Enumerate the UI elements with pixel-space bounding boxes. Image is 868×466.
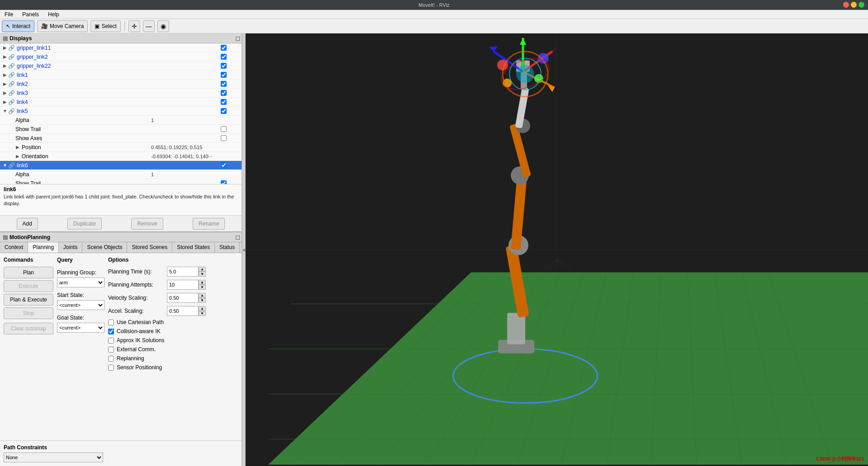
displays-tree[interactable]: ▶ 🔗 gripper_link11 ▶ 🔗 gripper_link2	[0, 43, 242, 184]
panel-collapse-handle[interactable]: ◀	[242, 33, 246, 466]
toggle-link1[interactable]: ▶	[2, 72, 8, 78]
tree-item-gripper-link11[interactable]: ▶ 🔗 gripper_link11	[0, 43, 242, 52]
toggle-link5-ori[interactable]: ▶	[14, 153, 21, 160]
toggle-gripper-link2[interactable]: ▶	[2, 54, 8, 60]
move-camera-button[interactable]: 🎥 Move Camera	[37, 20, 88, 32]
cb-col-link2	[205, 81, 242, 87]
translate-icon-btn[interactable]: ✛	[128, 20, 140, 32]
plan-execute-button[interactable]: Plan & Execute	[4, 294, 53, 306]
tree-item-link3[interactable]: ▶ 🔗 link3	[0, 89, 242, 98]
accel-scaling-down[interactable]: ▼	[199, 311, 206, 316]
external-comm-checkbox[interactable]	[108, 347, 114, 353]
velocity-scaling-up[interactable]: ▲	[199, 293, 206, 298]
toggle-link2[interactable]: ▶	[2, 81, 8, 87]
cb-link6[interactable]	[221, 162, 227, 168]
use-cartesian-row: Use Cartesian Path	[108, 319, 238, 325]
tab-joints[interactable]: Joints	[59, 242, 82, 253]
execute-button[interactable]: Execute	[4, 280, 53, 292]
duplicate-button[interactable]: Duplicate	[67, 218, 102, 230]
toggle-link3[interactable]: ▶	[2, 90, 8, 96]
path-constraints-section: Path Constraints None	[0, 440, 242, 466]
displays-collapse-btn[interactable]: □	[236, 35, 240, 42]
cb-link4[interactable]	[221, 99, 227, 105]
tree-item-link2[interactable]: ▶ 🔗 link2	[0, 80, 242, 89]
cb-gripper-link2[interactable]	[221, 54, 227, 60]
add-button[interactable]: Add	[17, 218, 38, 230]
planning-attempts-up[interactable]: ▲	[199, 280, 206, 285]
cb-link2[interactable]	[221, 81, 227, 87]
cb-link5[interactable]	[221, 108, 227, 114]
tree-item-link6-trail[interactable]: Show Trail	[0, 179, 242, 184]
velocity-scaling-down[interactable]: ▼	[199, 298, 206, 303]
close-btn[interactable]	[843, 2, 849, 8]
start-state-select[interactable]: <current>	[57, 300, 104, 310]
interact-button[interactable]: ↖ Interact	[2, 20, 34, 32]
tab-context[interactable]: Context	[0, 242, 28, 253]
tree-item-link5-axes[interactable]: Show Axes	[0, 134, 242, 143]
menu-panels[interactable]: Panels	[20, 11, 41, 18]
tab-planning[interactable]: Planning	[28, 242, 59, 253]
use-cartesian-checkbox[interactable]	[108, 320, 114, 325]
sensor-positioning-checkbox[interactable]	[108, 365, 114, 371]
cb-link5-axes[interactable]	[221, 135, 227, 141]
planning-time-up[interactable]: ▲	[199, 267, 206, 272]
tab-status[interactable]: Status	[215, 242, 240, 253]
tree-item-gripper-link2[interactable]: ▶ 🔗 gripper_link2	[0, 52, 242, 61]
scale-icon-btn[interactable]: —	[143, 20, 155, 32]
clear-octomap-button[interactable]: Clear octomap	[4, 323, 53, 334]
viewport[interactable]: CSDN @小刘同学321	[246, 33, 868, 466]
replanning-label: Replanning	[117, 355, 144, 362]
tree-item-gripper-link22[interactable]: ▶ 🔗 gripper_link22	[0, 61, 242, 71]
stop-button[interactable]: Stop	[4, 307, 53, 319]
rename-button[interactable]: Rename	[193, 218, 225, 230]
cb-gripper-link22[interactable]	[221, 63, 227, 69]
tree-item-link4[interactable]: ▶ 🔗 link4	[0, 98, 242, 107]
cb-gripper-link11[interactable]	[221, 45, 227, 51]
max-btn[interactable]	[859, 2, 864, 8]
tree-item-link5-trail[interactable]: Show Trail	[0, 125, 242, 134]
accel-scaling-input[interactable]	[167, 306, 199, 316]
toggle-link5-pos[interactable]: ▶	[14, 144, 21, 151]
tab-stored-scenes[interactable]: Stored Scenes	[127, 242, 172, 253]
replanning-checkbox[interactable]	[108, 356, 114, 362]
toggle-link5[interactable]: ▼	[2, 108, 8, 114]
cb-link3[interactable]	[221, 90, 227, 96]
menu-help[interactable]: Help	[46, 11, 61, 18]
cb-link5-trail[interactable]	[221, 126, 227, 132]
min-btn[interactable]	[851, 2, 857, 8]
move-camera-label: Move Camera	[50, 23, 84, 29]
tree-item-link6[interactable]: ▼ 🔗 link6	[0, 161, 242, 170]
tab-scene-objects[interactable]: Scene Objects	[82, 242, 127, 253]
tree-item-link5-pos[interactable]: ▶ Position 0.4551; 0.19225; 0.515	[0, 143, 242, 152]
cb-link6-trail[interactable]	[221, 180, 227, 184]
info-box: link6 Link link6 with parent joint joint…	[0, 184, 242, 216]
tab-stored-states[interactable]: Stored States	[172, 242, 215, 253]
planning-attempts-down[interactable]: ▼	[199, 285, 206, 290]
tree-item-link5-ori[interactable]: ▶ Orientation -0.69304; -0.14041; 0.140·…	[0, 152, 242, 161]
planning-attempts-input[interactable]	[167, 280, 199, 290]
planning-time-down[interactable]: ▼	[199, 272, 206, 277]
cb-link1[interactable]	[221, 72, 227, 78]
tree-val-link5-pos: 0.4551; 0.19225; 0.515	[151, 145, 242, 150]
velocity-scaling-input[interactable]	[167, 293, 199, 303]
remove-button[interactable]: Remove	[131, 218, 163, 230]
toggle-link6[interactable]: ▼	[2, 162, 8, 169]
approx-ik-checkbox[interactable]	[108, 338, 114, 344]
planning-time-input[interactable]	[167, 267, 199, 277]
collision-aware-checkbox[interactable]	[108, 329, 114, 334]
toggle-link4[interactable]: ▶	[2, 99, 8, 105]
tab-manipula[interactable]: Manipula…	[240, 242, 242, 253]
menu-file[interactable]: File	[3, 11, 15, 18]
goal-state-select[interactable]: <current>	[57, 323, 104, 333]
select-button[interactable]: ▣ Select	[90, 20, 120, 32]
toggle-gripper-link22[interactable]: ▶	[2, 63, 8, 69]
planning-group-select[interactable]: arm	[57, 278, 104, 287]
tree-item-link5[interactable]: ▼ 🔗 link5	[0, 107, 242, 116]
rotate-icon-btn[interactable]: ◉	[157, 20, 169, 32]
path-constraints-select[interactable]: None	[4, 452, 103, 462]
toggle-gripper-link11[interactable]: ▶	[2, 45, 8, 51]
tree-item-link1[interactable]: ▶ 🔗 link1	[0, 71, 242, 80]
accel-scaling-up[interactable]: ▲	[199, 306, 206, 311]
plan-button[interactable]: Plan	[4, 267, 53, 278]
mp-collapse-btn[interactable]: □	[236, 234, 240, 241]
